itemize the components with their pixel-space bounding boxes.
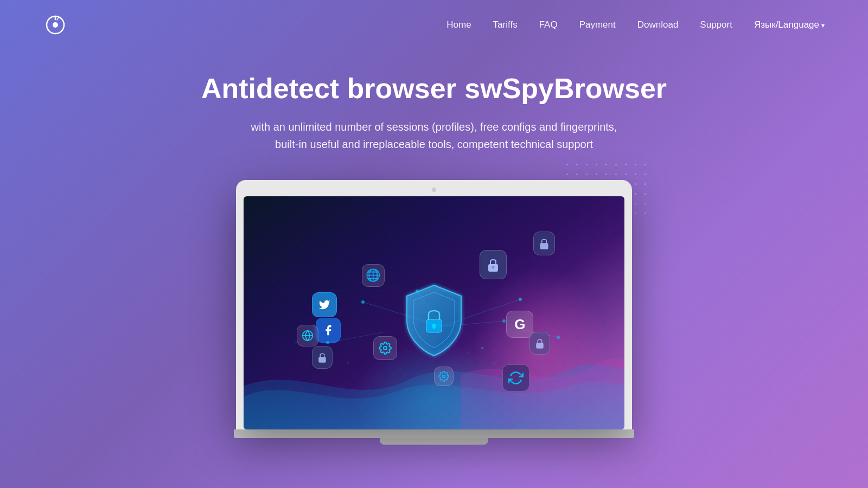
svg-rect-24: [540, 243, 548, 249]
decorative-dot: [605, 164, 607, 165]
decorative-dot: [635, 164, 636, 165]
main-nav: Home Tariffs FAQ Payment Download Suppor…: [0, 0, 868, 50]
nav-support[interactable]: Support: [700, 20, 732, 30]
screen-content: 🌐 G: [244, 196, 624, 429]
decorative-dot: [576, 174, 578, 175]
gear-left-icon-float: [373, 336, 397, 360]
decorative-dot: [635, 203, 636, 204]
sync-icon-float: [502, 364, 529, 391]
central-shield: [401, 282, 467, 358]
laptop-screen: 🌐 G: [244, 196, 624, 429]
nav-download[interactable]: Download: [637, 20, 679, 30]
chevron-down-icon: ▾: [821, 22, 825, 29]
nav-faq[interactable]: FAQ: [539, 20, 558, 30]
decorative-dot: [635, 213, 636, 214]
decorative-dot: [566, 164, 568, 165]
nav-links: Home Tariffs FAQ Payment Download Suppor…: [446, 20, 825, 30]
hero-section: Antidetect browser swSpyBrowser with an …: [0, 50, 868, 445]
globe-icon-float: 🌐: [362, 264, 385, 287]
decorative-dot: [615, 164, 617, 165]
lock-bot-left-icon-float: [312, 346, 333, 369]
svg-rect-26: [319, 357, 327, 363]
facebook-icon-float: [316, 318, 341, 343]
nav-tariffs[interactable]: Tariffs: [493, 20, 518, 30]
google-icon-float: G: [506, 311, 533, 338]
lock-small-bot-icon-float: [529, 332, 550, 355]
hero-illustration: 🌐 G: [108, 180, 760, 445]
svg-line-3: [57, 17, 59, 20]
language-selector[interactable]: Язык/Language ▾: [754, 20, 825, 30]
laptop-body: 🌐 G: [236, 180, 632, 429]
decorative-dot: [635, 183, 636, 185]
lock-large-icon-float: [480, 250, 507, 279]
decorative-dot: [596, 174, 597, 175]
decorative-dot: [615, 174, 617, 175]
decorative-dot: [625, 174, 627, 175]
decorative-dot: [635, 174, 636, 175]
folder-icon-float: [297, 325, 318, 346]
gear-small-icon-float: [434, 367, 454, 386]
svg-point-27: [384, 346, 387, 350]
decorative-dot: [644, 213, 646, 214]
svg-rect-25: [536, 343, 544, 349]
laptop-frame: 🌐 G: [236, 180, 632, 445]
laptop-base: [234, 429, 634, 438]
logo[interactable]: [43, 13, 67, 37]
nav-payment[interactable]: Payment: [579, 20, 616, 30]
laptop-stand: [380, 438, 488, 445]
decorative-dot: [586, 164, 588, 165]
svg-point-28: [443, 375, 445, 378]
decorative-dot: [586, 174, 588, 175]
svg-rect-21: [433, 326, 435, 329]
svg-point-1: [53, 22, 58, 28]
hero-subtitle: with an unlimited number of sessions (pr…: [217, 118, 651, 153]
decorative-dot: [644, 193, 646, 195]
svg-point-23: [492, 266, 495, 269]
decorative-dot: [576, 164, 578, 165]
decorative-dot: [635, 193, 636, 195]
nav-home[interactable]: Home: [446, 20, 471, 30]
lock-small-top-icon-float: [533, 232, 555, 255]
decorative-dot: [625, 164, 627, 165]
decorative-dot: [644, 203, 646, 204]
decorative-dot: [644, 183, 646, 185]
decorative-dot: [644, 164, 646, 165]
decorative-dot: [644, 174, 646, 175]
twitter-icon-float: [312, 292, 337, 317]
decorative-dot: [596, 164, 597, 165]
hero-title: Antidetect browser swSpyBrowser: [108, 72, 760, 105]
laptop-camera: [432, 188, 436, 192]
decorative-dot: [605, 174, 607, 175]
decorative-dot: [566, 174, 568, 175]
floor-reflection: [244, 386, 624, 429]
